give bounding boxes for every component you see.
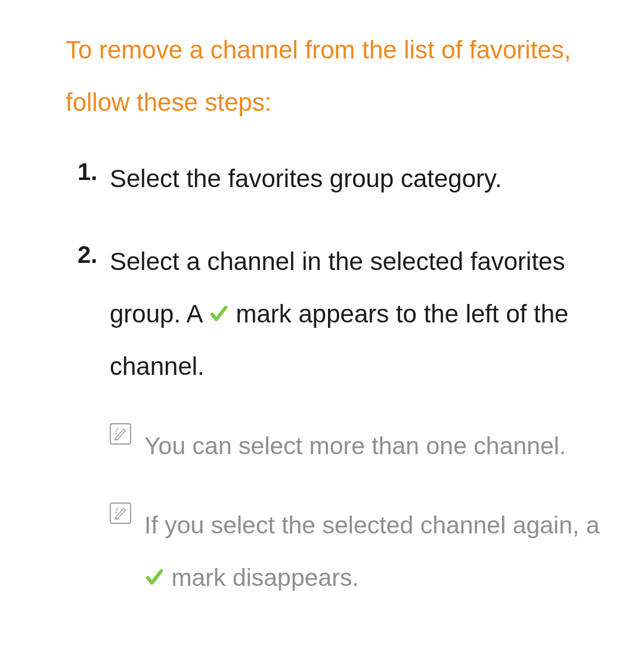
note-icon	[110, 499, 144, 604]
note-icon	[110, 420, 144, 472]
step-text: Select the favorites group category.	[110, 153, 614, 205]
steps-list: 1. Select the favorites group category. …	[66, 153, 614, 658]
section-heading: To remove a channel from the list of fav…	[66, 24, 614, 129]
note-item: If you select the selected channel again…	[110, 499, 614, 604]
note-text: You can select more than one channel.	[144, 420, 614, 472]
step-2: 2. Select a channel in the selected favo…	[78, 235, 614, 631]
note-text-part: If you select the selected channel again…	[144, 511, 600, 539]
note-item: You can select more than one channel.	[110, 420, 614, 472]
note-text: If you select the selected channel again…	[144, 499, 614, 604]
step-1: 1. Select the favorites group category.	[78, 153, 614, 205]
step-text: Select a channel in the selected favorit…	[110, 235, 614, 393]
step-number: 1.	[78, 153, 110, 205]
step-notes: You can select more than one channel. If…	[110, 420, 614, 604]
checkmark-icon	[209, 289, 229, 309]
step-number: 2.	[78, 235, 110, 631]
checkmark-icon	[144, 553, 165, 573]
note-text-part: mark disappears.	[165, 564, 359, 591]
